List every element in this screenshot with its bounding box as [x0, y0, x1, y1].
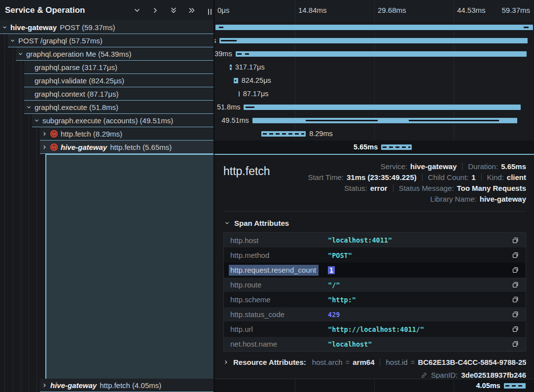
meta-value: client	[507, 173, 526, 181]
divider	[223, 211, 526, 212]
copy-icon[interactable]	[512, 325, 519, 333]
span-attributes-table: http.host"localhost:4011"http.method"POS…	[223, 232, 526, 352]
chevron-down-icon[interactable]	[1, 25, 7, 30]
tree-row[interactable]: graphql.validate (824.25μs)	[0, 74, 214, 87]
meta-separator	[422, 174, 423, 181]
chevron-down-icon[interactable]	[26, 105, 32, 110]
span-id-value: 3de02518937fb246	[461, 371, 526, 379]
tree-row[interactable]: graphql.context (87.17μs)	[0, 87, 214, 101]
resource-value: arm64	[353, 358, 374, 366]
span-bar[interactable]	[504, 383, 526, 389]
chevron-down-icon[interactable]	[17, 51, 23, 57]
span-bar[interactable]	[215, 25, 533, 30]
attribute-value: 1	[328, 266, 512, 274]
span-bar[interactable]	[236, 51, 527, 57]
child-span-mark	[237, 53, 241, 55]
duration-label: 5.65ms	[354, 143, 378, 151]
timeline-lane: 824.25μs	[214, 74, 534, 87]
tree-row[interactable]: subgraph.execute (accounts) (49.51ms)	[0, 114, 214, 127]
timeline-lane	[214, 21, 534, 34]
span-bar[interactable]	[239, 91, 240, 97]
chevron-down-icon[interactable]	[34, 118, 39, 123]
attribute-key: http.method	[230, 251, 328, 259]
chevron-right-icon[interactable]	[41, 383, 47, 388]
chevron-down-icon[interactable]	[133, 6, 141, 14]
timeline-lane: 51.8ms	[214, 101, 534, 114]
span-bar[interactable]	[244, 105, 521, 110]
tree-row[interactable]: !http.fetch (8.29ms)	[0, 127, 214, 141]
span-label: POST /graphql (57.57ms)	[18, 36, 103, 45]
tree-header-actions	[133, 6, 196, 14]
copy-icon[interactable]	[512, 251, 519, 259]
span-label: http.fetch (4.05ms)	[100, 381, 161, 390]
service-name: hive-gateway	[10, 23, 57, 32]
equals-sign: =	[346, 358, 350, 366]
span-bar[interactable]	[219, 38, 527, 43]
copy-icon[interactable]	[512, 266, 519, 274]
meta-value: hive-gateway	[480, 195, 526, 203]
tree-row[interactable]: !hive-gatewayhttp.fetch (5.65ms)	[0, 141, 214, 154]
tree-row[interactable]: POST /graphql (57.57ms)	[0, 34, 214, 47]
span-meta: Service:hive-gatewayDuration:5.65msStart…	[308, 161, 526, 204]
double-chevron-right-icon[interactable]	[188, 6, 196, 14]
resource-attributes-items: host.arch=arm64host.id=BC62E13B-C4CC-585…	[312, 358, 526, 366]
chevron-right-icon[interactable]	[41, 144, 47, 150]
chevron-down-icon	[224, 219, 230, 227]
span-label: graphql.validate (824.25μs)	[35, 76, 124, 85]
span-label: POST (59.37ms)	[60, 23, 115, 32]
service-name: hive-gateway	[61, 143, 107, 151]
copy-icon[interactable]	[512, 281, 519, 288]
copy-icon[interactable]	[512, 340, 519, 348]
child-span-mark	[524, 27, 529, 28]
duration-label: 4.05ms	[476, 382, 500, 390]
attribute-value: "http:"	[328, 296, 512, 304]
copy-icon[interactable]	[512, 296, 519, 303]
attribute-value: "POST"	[328, 251, 512, 259]
span-label: subgraph.execute (accounts) (49.51ms)	[42, 116, 173, 125]
chevron-right-icon[interactable]	[151, 6, 159, 14]
meta-label: Start Time:	[308, 173, 344, 181]
meta-separator	[481, 174, 482, 181]
chevron-down-icon[interactable]	[9, 38, 15, 43]
meta-label: Status Message:	[399, 184, 454, 192]
double-chevron-down-icon[interactable]	[170, 6, 178, 14]
child-span-mark	[245, 53, 249, 55]
span-bar-dashes	[263, 133, 304, 135]
tree-row[interactable]: graphql.operation Me (54.39ms)	[0, 47, 214, 61]
span-tree-footer-row: hive-gatewayhttp.fetch (4.05ms)	[0, 379, 214, 392]
span-attributes-header[interactable]: Span Attributes	[224, 219, 526, 227]
span-attributes-title: Span Attributes	[234, 219, 289, 227]
tree-row[interactable]: graphql.parse (317.17μs)	[0, 61, 214, 74]
span-bar[interactable]	[261, 131, 306, 137]
resize-handle[interactable]	[208, 9, 212, 15]
chevron-right-icon[interactable]	[41, 131, 47, 137]
attribute-value: 429	[328, 311, 512, 319]
resource-attributes-row[interactable]: Resource Attributes: host.arch=arm64host…	[223, 358, 526, 366]
tree-row[interactable]: hive-gatewayhttp.fetch (4.05ms)	[0, 379, 214, 392]
meta-value: 1	[471, 173, 475, 181]
duration-label: 8.29ms	[309, 130, 333, 138]
chevron-right-icon	[223, 359, 229, 365]
resource-attributes-title: Resource Attributes:	[233, 358, 306, 366]
span-bar[interactable]	[381, 144, 411, 150]
timeline-footer-lane: 4.05ms	[214, 379, 534, 392]
copy-icon[interactable]	[512, 237, 519, 244]
span-bar-dashes	[383, 146, 410, 148]
copy-icon[interactable]	[512, 311, 519, 318]
meta-label: Status:	[344, 184, 367, 192]
span-detail-panel: http.fetch Service:hive-gatewayDuration:…	[214, 154, 534, 379]
attribute-key: http.url	[230, 325, 328, 333]
tree-row[interactable]: hive-gatewayPOST (59.37ms)	[0, 21, 214, 34]
timeline-lane: 87.17μs	[214, 87, 534, 101]
attribute-key: http.status_code	[230, 310, 328, 319]
attribute-key: http.request.resend_count	[230, 266, 328, 274]
span-tree-panel: Service & Operation hive-gatewayPOST (59…	[0, 0, 214, 392]
tree-header: Service & Operation	[0, 0, 214, 21]
ruler-tick: 0μs	[217, 6, 230, 14]
attribute-value: "localhost:4011"	[328, 236, 512, 244]
meta-row: Start Time:31ms (23:35:49.225)Child Coun…	[308, 172, 526, 182]
timeline-lane: 4.05ms	[214, 379, 534, 392]
resource-key: host.id	[386, 358, 407, 366]
tree-row[interactable]: graphql.execute (51.8ms)	[0, 101, 214, 114]
link-icon[interactable]	[421, 372, 427, 379]
